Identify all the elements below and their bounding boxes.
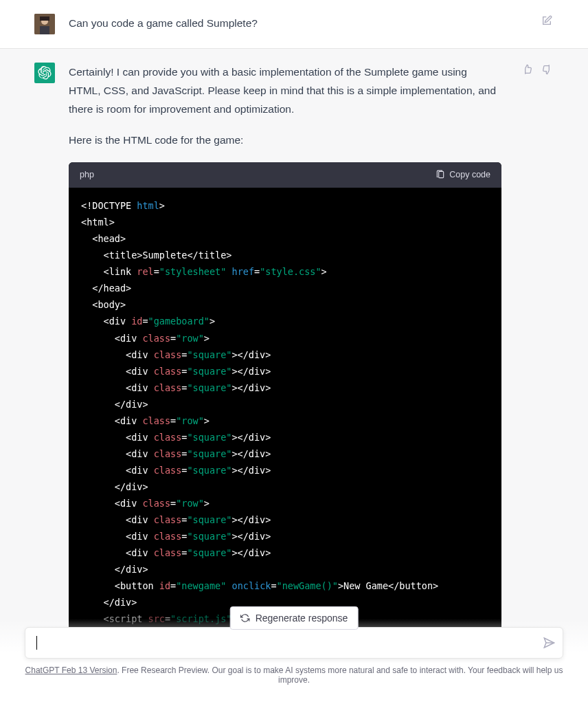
code-line: <div class="square"></div> [81, 363, 489, 380]
user-message: Can you code a game called Sumplete? [0, 0, 588, 49]
assistant-para-2: Here is the HTML code for the game: [69, 131, 501, 149]
message-input-box[interactable] [25, 627, 563, 659]
send-button[interactable] [541, 637, 553, 649]
thumbs-up-icon[interactable] [521, 63, 534, 76]
svg-rect-3 [40, 26, 49, 34]
copy-code-button[interactable]: Copy code [436, 168, 490, 183]
code-line: <div class="square"></div> [81, 544, 489, 561]
clipboard-icon [436, 170, 445, 179]
regenerate-label: Regenerate response [256, 613, 348, 624]
code-line: <div class="square"></div> [81, 446, 489, 462]
user-message-text: Can you code a game called Sumplete? [69, 14, 521, 34]
code-line: <div class="row"> [81, 412, 489, 429]
code-block: php Copy code <!DOCTYPE html><html> <hea… [69, 162, 501, 654]
code-line: </div> [81, 396, 489, 412]
svg-rect-4 [439, 172, 444, 178]
user-avatar [34, 14, 55, 34]
code-line: </div> [81, 478, 489, 495]
edit-icon[interactable] [540, 14, 554, 28]
code-line: <div class="square"></div> [81, 462, 489, 478]
code-line: </div> [81, 561, 489, 578]
thumbs-down-icon[interactable] [540, 63, 554, 76]
message-input[interactable] [37, 637, 541, 649]
code-line: <div class="square"></div> [81, 512, 489, 528]
assistant-para-1: Certainly! I can provide you with a basi… [69, 63, 501, 118]
code-line: <link rel="stylesheet" href="style.css"> [81, 263, 489, 280]
input-area: ChatGPT Feb 13 Version. Free Research Pr… [0, 619, 588, 704]
code-line: <div class="square"></div> [81, 346, 489, 363]
version-link[interactable]: ChatGPT Feb 13 Version [25, 666, 117, 675]
code-line: <div class="square"></div> [81, 528, 489, 544]
assistant-message-body: Certainly! I can provide you with a basi… [69, 63, 501, 654]
code-line: <div class="square"></div> [81, 380, 489, 396]
code-line: </head> [81, 280, 489, 296]
svg-rect-2 [40, 16, 49, 21]
footer-text: ChatGPT Feb 13 Version. Free Research Pr… [25, 666, 563, 685]
code-line: <title>Sumplete</title> [81, 247, 489, 263]
code-lang-label: php [80, 168, 94, 183]
code-line: <html> [81, 214, 489, 230]
code-line: <body> [81, 296, 489, 313]
send-icon [538, 634, 555, 651]
code-line: <div class="square"></div> [81, 429, 489, 446]
assistant-avatar [34, 63, 55, 83]
code-line: <div class="row"> [81, 495, 489, 512]
refresh-icon [240, 613, 250, 623]
assistant-message: Certainly! I can provide you with a basi… [0, 49, 588, 668]
code-line: <div id="gameboard"> [81, 313, 489, 329]
code-content[interactable]: <!DOCTYPE html><html> <head> <title>Sump… [69, 188, 501, 654]
code-line: <button id="newgame" onclick="newGame()"… [81, 578, 489, 594]
footer-rest: . Free Research Preview. Our goal is to … [117, 666, 563, 685]
code-line: <head> [81, 230, 489, 247]
regenerate-button[interactable]: Regenerate response [230, 606, 359, 630]
code-line: <!DOCTYPE html> [81, 197, 489, 214]
copy-code-label: Copy code [449, 168, 490, 183]
code-header: php Copy code [69, 162, 501, 188]
code-line: <div class="row"> [81, 330, 489, 346]
